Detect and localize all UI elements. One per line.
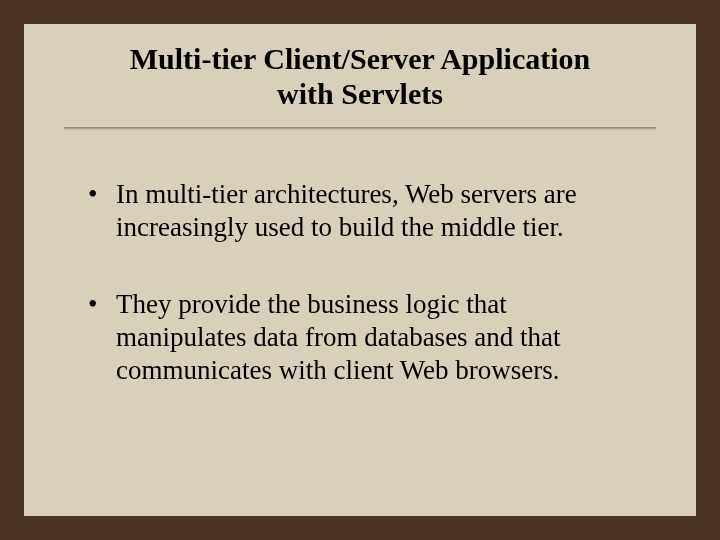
list-item: They provide the business logic that man… — [88, 288, 632, 387]
list-item: In multi-tier architectures, Web servers… — [88, 178, 632, 244]
bullet-text: They provide the business logic that man… — [116, 289, 561, 385]
bullet-list: In multi-tier architectures, Web servers… — [88, 178, 632, 387]
slide-title: Multi-tier Client/Server Application wit… — [24, 24, 696, 121]
bullet-text: In multi-tier architectures, Web servers… — [116, 179, 577, 242]
title-line-1: Multi-tier Client/Server Application — [130, 42, 591, 75]
slide: Multi-tier Client/Server Application wit… — [0, 0, 720, 540]
slide-body: In multi-tier architectures, Web servers… — [24, 130, 696, 387]
title-line-2: with Servlets — [277, 77, 443, 110]
